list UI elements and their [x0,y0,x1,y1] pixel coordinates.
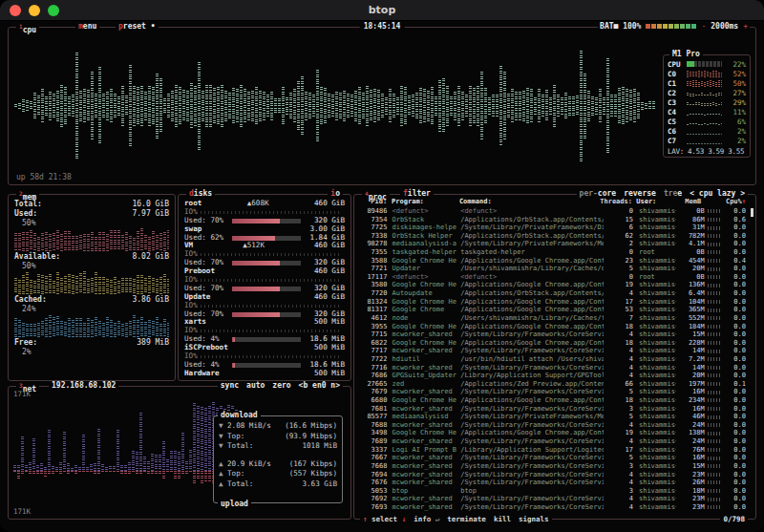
process-row[interactable]: 89486 <defunct> <defunct> 0 shivammis+ 0… [359,207,746,216]
process-row[interactable]: 7717 mcworker_shared /System/Library/Fra… [359,347,746,355]
mem-metric-label: Free: [14,338,37,348]
core-percent: 27% [725,89,746,97]
process-row[interactable]: 5053 btop btop 3 shivammis+ 18M 0.0 [359,487,746,496]
core-name: C1 [668,79,687,88]
process-row[interactable]: 6680 Google Chrome He /Applications/Goog… [359,396,746,405]
net-auto-button[interactable]: auto [246,381,265,391]
proc-threads: 19 [604,281,633,289]
proc-mem: 6.4M [676,289,704,298]
proc-cpu-percent: 0.0 [723,265,746,273]
core-history-graph [687,89,722,96]
proc-program: mediaanalysisd [387,413,460,421]
process-row[interactable]: 7692 mcworker_shared /System/Library/Fra… [359,495,746,503]
process-row[interactable]: 17117 <defunct> <defunct> 0 root 0B 0.0 [359,273,746,282]
proc-threads: 4 [604,421,633,430]
process-row[interactable]: 85577 mediaanalysisd /System/Library/Pri… [359,413,746,421]
sort-next-icon[interactable]: > [740,189,745,198]
preset-button[interactable]: preset • [116,22,159,32]
process-row[interactable]: 7720 Autoupdate /Applications/OrbStack.a… [359,289,746,298]
proc-user: shivammis+ [633,265,676,273]
core-history-graph [687,70,722,77]
interval-decrease-button[interactable]: - [701,22,706,31]
update-interval: 2000ms [711,22,738,31]
net-stat-value: 1018 MiB [302,441,337,452]
process-row[interactable]: 7693 mcworker_shared /System/Library/Fra… [359,503,746,512]
proc-program: taskgated-helper [387,248,460,257]
proc-threads: 4 [604,347,633,355]
interval-increase-button[interactable]: + [743,22,748,31]
process-row[interactable]: 3580 Google Chrome He /Applications/Goog… [359,281,746,289]
cpu-box-title[interactable]: 1cpu [16,22,39,35]
proc-pid: 7694 [359,471,387,479]
proc-pid: 81317 [359,306,387,314]
proc-cpu-graph [705,503,724,512]
process-row[interactable]: 7686 GPGSuite_Updater /Library/Applicati… [359,372,746,380]
process-row[interactable]: 7716 mcworker_shared /System/Library/Fra… [359,364,746,372]
proc-cpu-percent: 0.0 [723,437,746,446]
process-row[interactable]: 6822 Google Chrome He /Applications/Goog… [359,339,746,348]
process-row[interactable]: 7715 mcworker_shared /System/Library/Fra… [359,330,746,339]
net-stat-value: (557 Kibps) [289,469,337,479]
proc-pid: 7720 [359,289,387,298]
select-action[interactable]: ↑ select ↓ [363,515,406,523]
core-name: C3 [668,98,687,107]
signals-action[interactable]: signals [519,515,549,523]
proc-mem: 197M [676,380,704,389]
process-row[interactable]: 7679 mcworker_shared /System/Library/Fra… [359,388,746,396]
proc-user: shivammis+ [633,471,676,479]
process-row[interactable]: 7668 mcworker_shared /System/Library/Fra… [359,462,746,471]
info-action[interactable]: info ↵ [414,515,439,523]
process-row[interactable]: 7681 mcworker_shared /System/Library/Fra… [359,405,746,414]
process-row[interactable]: 3337 Logi AI Prompt B /Library/Applicati… [359,446,746,455]
proc-pid: 7338 [359,232,387,241]
process-row[interactable]: 7694 mcworker_shared /System/Library/Fra… [359,471,746,479]
process-row[interactable]: 7721 Updater /Users/shivammishra/Library… [359,265,746,273]
process-row[interactable]: 7354 OrbStack /Applications/OrbStack.app… [359,216,746,224]
proc-threads: 4 [604,289,633,298]
process-row[interactable]: 7688 mcworker_shared /System/Library/Fra… [359,421,746,430]
proc-user: shivammis+ [633,281,676,289]
proc-cpu-graph [705,281,724,289]
process-row[interactable]: 3498 Google Chrome He /Applications/Goog… [359,429,746,437]
disks-box-title[interactable]: disks [186,189,215,199]
mem-metric-label: Available: [14,252,60,262]
process-row[interactable]: 98278 mediaanalysisd-a /System/Library/P… [359,240,746,248]
process-row[interactable]: 4612 node /Users/shivammishra/Library/Ca… [359,314,746,323]
process-row[interactable]: 7676 mcworker_shared /System/Library/Fra… [359,479,746,487]
process-row[interactable]: 81324 Google Chrome He /Applications/Goo… [359,298,746,307]
disk-activity: ▲512K [193,242,314,250]
proc-command: /Applications/OrbStack.app/Contents/ [460,232,603,241]
proc-command: /System/Library/Frameworks/CoreServi [460,503,603,512]
net-interface-switch[interactable]: <b en0 n> [299,381,340,391]
process-row[interactable]: 7722 hdiutil /usr/bin/hdiutil attach /Us… [359,355,746,364]
process-row[interactable]: 7725 diskimages-helpe /System/Library/Pr… [359,223,746,232]
process-row[interactable]: 7355 taskgated-helper taskgated-helper 0… [359,248,746,257]
sort-prev-icon[interactable]: < [690,189,694,198]
download-arrow-icon: ▼ [219,421,227,432]
process-row[interactable]: 7338 OrbStack Helper /Applications/OrbSt… [359,232,746,241]
kill-action[interactable]: kill [494,515,511,523]
proc-pid: 3337 [359,446,387,455]
process-row[interactable]: 3588 Google Chrome He /Applications/Goog… [359,257,746,266]
process-row[interactable]: 7689 mcworker_shared /System/Library/Fra… [359,437,746,446]
proc-user: shivammis+ [633,396,676,405]
proc-threads: 4 [604,372,633,380]
disk-entry: Update 460 GiB IO% Used: 70% 320 GiB [184,293,345,319]
proc-user: shivammis+ [633,380,676,389]
proc-scrollbar-thumb[interactable] [751,208,753,217]
process-row[interactable]: 27665 zed /Applications/Zed Preview.app/… [359,380,746,389]
menu-button[interactable]: menu [75,22,99,32]
net-zero-button[interactable]: zero [272,381,290,391]
process-row[interactable]: 7667 mcworker_shared /System/Library/Fra… [359,454,746,462]
process-row[interactable]: 3955 Google Chrome He /Applications/Goog… [359,323,746,331]
io-mode-button[interactable]: io [328,189,343,199]
terminate-action[interactable]: terminate [447,515,486,523]
proc-threads: 7 [604,314,633,323]
proc-threads: 3 [604,462,633,471]
net-sync-button[interactable]: sync [221,381,239,391]
proc-cpu-percent: 0.0 [723,330,746,339]
process-row[interactable]: 81317 Google Chrome /Applications/Google… [359,306,746,314]
proc-pid: 7354 [359,216,387,224]
disk-used-meter [232,363,301,368]
proc-program: mcworker_shared [387,454,460,462]
